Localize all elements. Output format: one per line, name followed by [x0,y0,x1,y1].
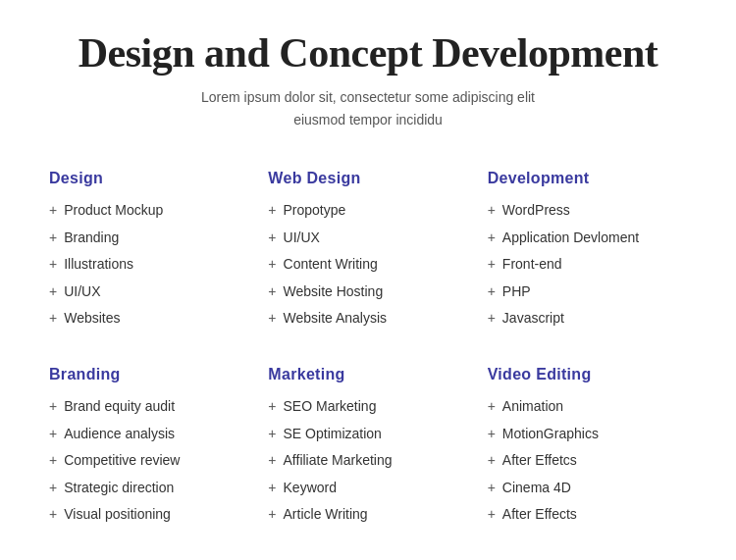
section-title-development: Development [488,170,687,187]
section-title-web-design: Web Design [268,170,467,187]
list-item-label: Competitive review [64,451,180,471]
list-item-label: Affiliate Marketing [284,451,393,471]
list-item: +After Effetcs [488,451,687,471]
list-item-label: Front-end [502,255,562,275]
list-item-label: Content Writing [284,255,378,275]
plus-icon: + [488,505,496,525]
plus-icon: + [488,201,496,221]
plus-icon: + [49,309,57,329]
list-item-label: PHP [502,282,531,302]
section-title-branding: Branding [49,366,248,383]
list-item-label: Strategic direction [64,479,174,498]
service-list-design: +Product Mockup+Branding+Illustrations+U… [49,201,248,329]
page-subtitle: Lorem ipsum dolor sit, consectetur some … [49,86,687,130]
list-item: +Propotype [268,201,467,221]
list-item: +Front-end [488,255,687,275]
list-item-label: Website Hosting [284,282,384,302]
service-section-development: Development+WordPress+Application Devlom… [488,170,687,336]
plus-icon: + [49,282,57,302]
plus-icon: + [268,255,276,275]
list-item: +Competitive review [49,451,248,471]
plus-icon: + [488,451,496,471]
service-list-web-design: +Propotype+UI/UX+Content Writing+Website… [268,201,467,329]
list-item-label: UI/UX [284,229,320,248]
plus-icon: + [268,201,276,221]
list-item-label: UI/UX [64,282,100,302]
list-item: +Affiliate Marketing [268,451,467,471]
plus-icon: + [488,309,496,329]
list-item: +Branding [49,229,248,248]
list-item: +SE Optimization [268,425,467,444]
plus-icon: + [49,229,57,248]
list-item: +Cinema 4D [488,479,687,498]
list-item: +After Effects [488,505,687,525]
list-item: +Website Hosting [268,282,467,302]
list-item: +Illustrations [49,255,248,275]
plus-icon: + [488,397,496,417]
service-list-development: +WordPress+Application Devloment+Front-e… [488,201,687,329]
page-header: Design and Concept Development Lorem ips… [49,29,687,130]
list-item: +Application Devloment [488,229,687,248]
list-item-label: After Effects [502,505,577,525]
plus-icon: + [49,255,57,275]
list-item-label: After Effetcs [502,451,577,471]
list-item-label: Animation [502,397,563,417]
plus-icon: + [49,201,57,221]
plus-icon: + [488,255,496,275]
list-item: +Strategic direction [49,479,248,498]
list-item-label: Javascript [502,309,564,329]
list-item-label: Websites [64,309,120,329]
plus-icon: + [488,282,496,302]
list-item: +WordPress [488,201,687,221]
section-title-marketing: Marketing [268,366,467,383]
plus-icon: + [268,309,276,329]
list-item-label: WordPress [502,201,570,221]
list-item: +SEO Marketing [268,397,467,417]
list-item-label: Branding [64,229,119,248]
section-title-design: Design [49,170,248,187]
list-item: +Javascript [488,309,687,329]
list-item-label: Product Mockup [64,201,163,221]
list-item: +Websites [49,309,248,329]
plus-icon: + [488,229,496,248]
plus-icon: + [268,397,276,417]
plus-icon: + [268,451,276,471]
plus-icon: + [488,425,496,444]
list-item-label: Cinema 4D [502,479,571,498]
list-item: +Article Writing [268,505,467,525]
plus-icon: + [49,425,57,444]
list-item: +Audience analysis [49,425,248,444]
list-item-label: SEO Marketing [284,397,377,417]
plus-icon: + [49,397,57,417]
service-section-design: Design+Product Mockup+Branding+Illustrat… [49,170,248,336]
list-item-label: Visual positioning [64,505,171,525]
service-section-marketing: Marketing+SEO Marketing+SE Optimization+… [268,366,467,533]
list-item-label: Propotype [284,201,346,221]
list-item: +Product Mockup [49,201,248,221]
plus-icon: + [268,282,276,302]
service-list-branding: +Brand equity audit+Audience analysis+Co… [49,397,248,525]
list-item: +Brand equity audit [49,397,248,417]
plus-icon: + [268,505,276,525]
plus-icon: + [49,479,57,498]
services-grid: Design+Product Mockup+Branding+Illustrat… [49,170,687,533]
list-item-label: Application Devloment [502,229,639,248]
service-list-video-editing: +Animation+MotionGraphics+After Effetcs+… [488,397,687,525]
list-item: +Animation [488,397,687,417]
list-item-label: MotionGraphics [502,425,599,444]
list-item-label: Audience analysis [64,425,175,444]
plus-icon: + [268,229,276,248]
plus-icon: + [268,425,276,444]
list-item: +Visual positioning [49,505,248,525]
plus-icon: + [488,479,496,498]
list-item-label: Brand equity audit [64,397,175,417]
list-item: +MotionGraphics [488,425,687,444]
plus-icon: + [49,505,57,525]
list-item-label: Illustrations [64,255,133,275]
service-section-web-design: Web Design+Propotype+UI/UX+Content Writi… [268,170,467,336]
list-item: +Keyword [268,479,467,498]
list-item: +UI/UX [268,229,467,248]
section-title-video-editing: Video Editing [488,366,687,383]
list-item-label: Website Analysis [284,309,388,329]
list-item-label: SE Optimization [284,425,382,444]
